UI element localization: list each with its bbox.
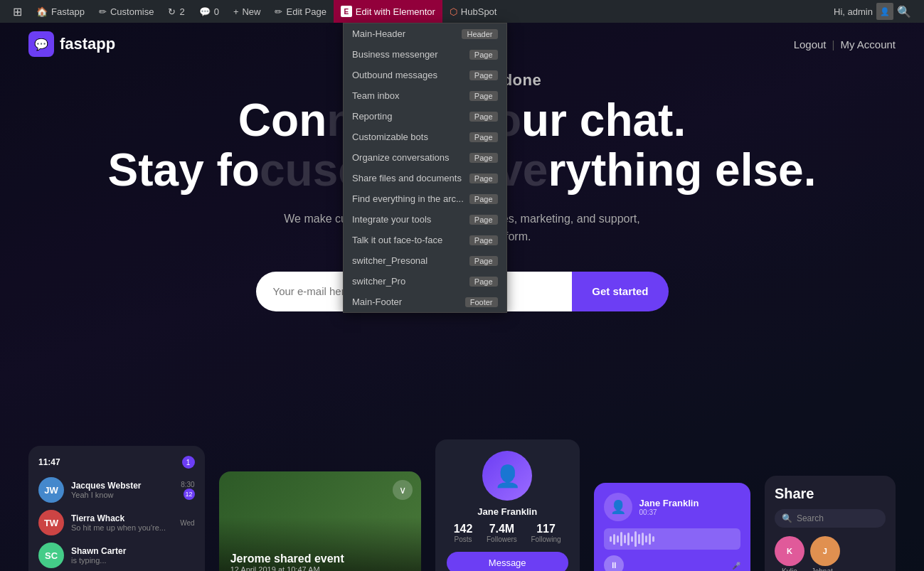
dropdown-item-reporting[interactable]: Reporting Page (344, 106, 506, 127)
dropdown-item-main-header[interactable]: Main-Header Header (344, 23, 506, 44)
edit-page-button[interactable]: ✏ Edit Page (267, 0, 333, 23)
wave-bar (642, 533, 644, 545)
wave-bar (631, 536, 633, 542)
share-preview-card: Share 🔍 Search K Kylie J Johnat... (765, 476, 896, 571)
event-title: Jerome shared event (230, 553, 344, 565)
share-avatar-name-johnat: Johnat... (810, 567, 840, 571)
share-avatar-img-johnat: J (810, 536, 840, 566)
dropdown-item-customizable-bots[interactable]: Customizable bots Page (344, 127, 506, 147)
pencil-icon: ✏ (275, 6, 282, 17)
share-avatars: K Kylie J Johnat... (775, 536, 886, 571)
dropdown-item-badge: Page (469, 153, 498, 163)
customise-button[interactable]: ✏ Customise (92, 0, 161, 23)
share-title: Share (775, 486, 886, 502)
stat-posts: 142 Posts (454, 523, 473, 543)
audio-pause-button[interactable]: ⏸ (604, 555, 624, 571)
event-date: 12 April 2019 at 10:47 AM (230, 565, 344, 571)
edit-with-elementor-button[interactable]: E Edit with Elementor (334, 0, 442, 23)
dropdown-item-badge: Page (469, 50, 498, 60)
hubspot-button[interactable]: ⬡ HubSpot (442, 0, 504, 23)
site-logo[interactable]: 💬 fastapp (28, 31, 115, 57)
stats-avatar: 👤 (482, 451, 532, 501)
dropdown-item-badge: Footer (465, 297, 498, 307)
dropdown-item-badge: Page (469, 194, 498, 204)
dropdown-item-badge: Page (469, 174, 498, 183)
wp-logo-button[interactable]: ⊞ (6, 0, 29, 23)
chat-name-3: Shawn Carter (71, 546, 126, 556)
dropdown-item-share-files[interactable]: Share files and documents Page (344, 168, 506, 188)
elementor-icon: E (341, 6, 352, 17)
dropdown-item-badge: Page (469, 235, 498, 245)
get-started-button[interactable]: Get started (572, 272, 668, 311)
message-button[interactable]: Message (447, 552, 568, 571)
dropdown-item-main-footer[interactable]: Main-Footer Footer (344, 292, 506, 312)
share-search-bar[interactable]: 🔍 Search (775, 509, 886, 528)
wave-bar (620, 532, 622, 546)
dropdown-item-outbound-messages[interactable]: Outbound messages Page (344, 65, 506, 85)
stat-following: 117 Following (531, 523, 561, 543)
audio-controls: ⏸ 🎤 (604, 555, 740, 571)
chat-badge: 1 (182, 456, 195, 469)
dropdown-item-label: Find everything in the arc... (352, 193, 464, 204)
admin-bar: ⊞ 🏠 Fastapp ✏ Customise ↻ 2 💬 0 + New ✏ … (0, 0, 924, 23)
dropdown-item-label: Team inbox (352, 90, 464, 101)
dropdown-item-label: Integrate your tools (352, 214, 464, 225)
chat-card-header: 11:47 1 (38, 456, 195, 469)
stat-followers: 7.4M Followers (487, 523, 517, 543)
stats-numbers: 142 Posts 7.4M Followers 117 Following (447, 523, 568, 543)
dropdown-item-switcher-pro[interactable]: switcher_Pro Page (344, 271, 506, 292)
chat-preview-2: So hit me up when you're... (71, 523, 166, 532)
admin-bar-right: Hi, admin 👤 🔍 (834, 3, 918, 20)
dropdown-item-switcher-personal[interactable]: switcher_Presonal Page (344, 250, 506, 271)
chat-preview-1: Yeah I know (71, 491, 142, 499)
share-avatar-name-kylie: Kylie (775, 567, 804, 571)
updates-button[interactable]: ↻ 2 (161, 0, 191, 23)
audio-header: 👤 Jane Franklin 00:37 (604, 493, 740, 521)
comments-button[interactable]: 💬 0 (192, 0, 226, 23)
elementor-navigator-dropdown: Main-Header Header Business messenger Pa… (343, 23, 507, 313)
dropdown-item-badge: Page (469, 215, 498, 225)
wave-bar (610, 536, 612, 542)
chat-preview-3: is typing... (71, 556, 126, 565)
dropdown-item-label: Reporting (352, 111, 464, 122)
wave-bar (617, 535, 619, 543)
share-avatar-kylie: K Kylie (775, 536, 804, 571)
logo-icon: 💬 (28, 31, 54, 57)
wave-bar (624, 535, 626, 543)
audio-duration: 00:37 (639, 508, 699, 516)
chat-avatar-2: TW (38, 510, 64, 535)
dropdown-item-label: Main-Header (352, 28, 456, 39)
dropdown-item-label: Business messenger (352, 49, 464, 60)
dropdown-item-organize-conversations[interactable]: Organize conversations Page (344, 147, 506, 168)
chat-time-1: 8:30 (181, 481, 194, 489)
dropdown-item-badge: Page (469, 132, 498, 142)
event-info: Jerome shared event 12 April 2019 at 10:… (230, 553, 344, 571)
chat-message-3: SC Shawn Carter is typing... (38, 543, 195, 568)
share-avatar-johnat: J Johnat... (810, 536, 840, 571)
wave-bar (613, 534, 615, 545)
search-icon[interactable]: 🔍 (897, 5, 911, 18)
my-account-link[interactable]: My Account (840, 38, 896, 50)
dropdown-item-business-messenger[interactable]: Business messenger Page (344, 44, 506, 65)
dropdown-item-badge: Header (462, 29, 497, 39)
dropdown-item-badge: Page (469, 70, 498, 80)
stats-person-icon: 👤 (494, 464, 521, 489)
dropdown-item-team-inbox[interactable]: Team inbox Page (344, 85, 506, 106)
dropdown-item-talk-face-to-face[interactable]: Talk it out face-to-face Page (344, 230, 506, 250)
updates-icon: ↻ (168, 6, 176, 17)
dropdown-item-integrate-tools[interactable]: Integrate your tools Page (344, 209, 506, 230)
chat-avatar-1: JW (38, 477, 64, 503)
dropdown-item-label: Outbound messages (352, 70, 464, 80)
wave-bar (634, 531, 637, 547)
dropdown-item-label: Share files and documents (352, 173, 464, 183)
dropdown-item-find-everything[interactable]: Find everything in the arc... Page (344, 188, 506, 209)
audio-avatar: 👤 (604, 493, 632, 521)
event-expand-icon[interactable]: ∨ (393, 480, 413, 500)
logout-link[interactable]: Logout (794, 38, 827, 50)
chat-unread-1: 12 (184, 489, 195, 500)
fastapp-menu-item[interactable]: 🏠 Fastapp (29, 0, 92, 23)
new-button[interactable]: + New (226, 0, 268, 23)
admin-avatar[interactable]: 👤 (876, 3, 893, 20)
wave-bar (652, 536, 654, 542)
audio-mic-icon: 🎤 (732, 562, 740, 570)
